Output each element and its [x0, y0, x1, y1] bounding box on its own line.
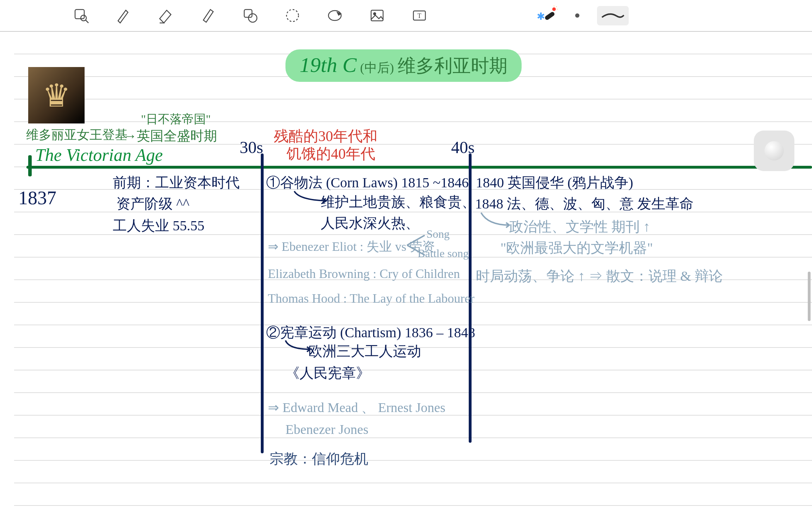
svg-point-6: [287, 10, 299, 22]
svg-point-7: [328, 11, 341, 20]
eraser-shape-icon[interactable]: [240, 6, 261, 25]
laser-pointer-icon[interactable]: ✱: [530, 6, 558, 26]
assistive-touch[interactable]: [754, 131, 794, 171]
golden-age: →英国全盛时期: [123, 127, 217, 145]
tick-1837: [28, 155, 32, 176]
scrollbar[interactable]: [808, 272, 811, 321]
col1-l2: 资产阶级 ^^: [116, 194, 190, 213]
svg-rect-4: [244, 10, 252, 17]
svg-text:T: T: [418, 12, 422, 19]
lasso-icon[interactable]: [282, 6, 303, 25]
corn-sub2: 人民水深火热、: [321, 213, 419, 233]
corn-sub1: 维护土地贵族、粮食贵、: [321, 192, 476, 212]
timeline-axis: [26, 166, 812, 169]
title-sub: (中后): [360, 61, 394, 75]
svg-point-10: [374, 13, 376, 15]
label-40s: 40s: [451, 138, 475, 157]
page-title: 19th C (中后) 维多利亚时期: [285, 49, 522, 82]
label-30s: 30s: [240, 138, 263, 157]
sticker-icon[interactable]: [324, 6, 345, 25]
svg-rect-13: [544, 11, 555, 20]
red-line2: 饥饿的40年代: [287, 144, 375, 164]
col3-s2: "欧洲最强大的文学机器": [500, 238, 653, 258]
note-canvas[interactable]: 19th C (中后) 维多利亚时期 ♛ 维多丽亚女王登基 "日不落帝国" →英…: [14, 32, 812, 508]
svg-line-17: [556, 6, 557, 7]
eliot-song: Song: [426, 228, 450, 241]
col3-s3: 时局动荡、争论 ↑ ⇒ 散文：说理 & 辩论: [476, 266, 723, 286]
empire-quote: "日不落帝国": [141, 111, 211, 127]
svg-line-2: [86, 20, 88, 23]
dot-size-icon[interactable]: [575, 13, 579, 18]
red-line1: 残酷的30年代和: [274, 126, 377, 146]
zoom-icon[interactable]: [70, 6, 92, 25]
stroke-preview-icon[interactable]: [597, 6, 629, 25]
col3-l2: 1848 法、德、波、匈、意 发生革命: [475, 194, 694, 213]
highlighter-icon[interactable]: [155, 6, 176, 25]
mead-jones: ⇒ Edward Mead 、 Ernest Jones: [268, 399, 445, 417]
col1-l3: 工人失业 55.55: [113, 216, 204, 235]
title-cn: 维多利亚时期: [398, 56, 508, 76]
chartism-sub1: 欧洲三大工人运动: [308, 341, 421, 361]
tick-30s: [261, 153, 264, 453]
toolbar: T ✱: [0, 0, 812, 32]
portrait-image: ♛: [28, 67, 85, 123]
image-icon[interactable]: [367, 6, 388, 25]
victorian-age-label: The Victorian Age: [35, 145, 163, 165]
svg-point-5: [248, 14, 257, 22]
svg-point-1: [81, 15, 86, 21]
svg-point-14: [552, 7, 556, 11]
eliot-battle: Battle song: [418, 247, 469, 260]
pen-icon[interactable]: [113, 6, 134, 25]
queen-ascend: 维多丽亚女王登基: [26, 126, 128, 144]
chartism-sub2: 《人民宪章》: [285, 363, 370, 383]
title-century: 19th C: [300, 53, 357, 77]
svg-rect-0: [75, 10, 84, 19]
col3-s1: 政治性、文学性 期刊 ↑: [509, 217, 650, 236]
year-1837: 1837: [18, 187, 56, 209]
browning: Elizabeth Browning : Cry of Children: [268, 266, 460, 281]
textbox-icon[interactable]: T: [409, 6, 430, 25]
col1-l1: 前期：工业资本时代: [113, 173, 240, 192]
marker-icon[interactable]: [197, 6, 219, 25]
ebenezer-jones: Ebenezer Jones: [285, 422, 368, 437]
col3-l1: 1840 英国侵华 (鸦片战争): [476, 173, 633, 192]
svg-rect-9: [371, 10, 383, 21]
hood: Thomas Hood : The Lay of the Labourer: [268, 291, 474, 306]
bluetooth-icon: ✱: [537, 11, 545, 22]
religion: 宗教：信仰危机: [270, 449, 368, 468]
